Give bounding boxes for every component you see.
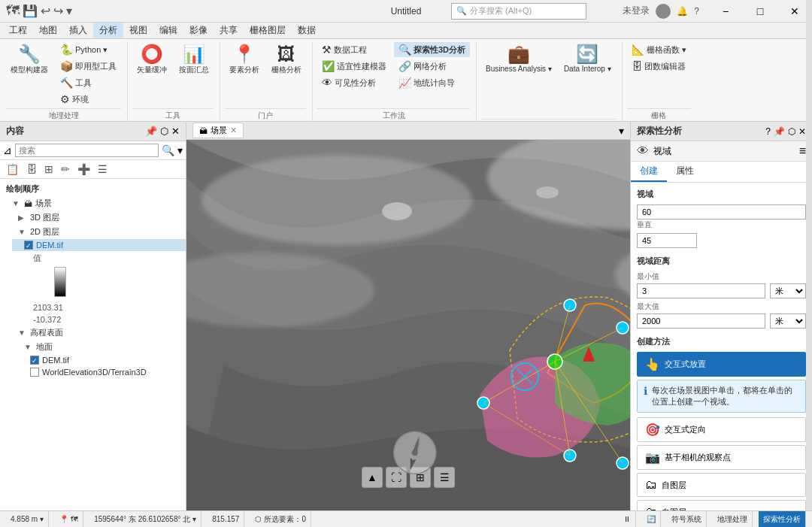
min-dist-label: 最小值 [637, 271, 806, 282]
redo-icon[interactable]: ↪ [53, 4, 63, 18]
tab-attribute[interactable]: 属性 [667, 162, 703, 182]
drawing-order-label[interactable]: 绘制顺序 [0, 182, 186, 196]
status-locator[interactable]: 📍 🗺 [55, 511, 83, 527]
status-geoprocessing[interactable]: 地理处理 [713, 511, 753, 527]
map-canvas[interactable]: ▲ ⛶ ⊞ ☰ [186, 140, 630, 510]
ribbon-btn-data-interop[interactable]: 🔄 Data Interop ▾ [559, 42, 616, 76]
minimize-button[interactable]: − [708, 0, 743, 23]
ribbon-btn-feature-analysis[interactable]: 📍 要素分析 [225, 42, 264, 78]
layer-2d-item[interactable]: ▼ 2D 图层 [6, 225, 186, 239]
maximize-button[interactable]: □ [743, 0, 777, 23]
analysis-help-icon[interactable]: ? [765, 126, 771, 137]
draw-icon[interactable]: ✏ [58, 162, 73, 177]
ribbon-btn-business-analysis[interactable]: 💼 Business Analysis ▾ [481, 42, 556, 76]
status-coord-system[interactable]: 符号系统 [667, 511, 707, 527]
user-avatar[interactable] [656, 4, 671, 19]
menu-map[interactable]: 地图 [33, 23, 63, 38]
ribbon-btn-python[interactable]: 🐍 Python ▾ [56, 42, 121, 57]
search-box[interactable]: 🔍 分享搜索 (Alt+Q) [451, 3, 586, 20]
ribbon-btn-data-engineering[interactable]: ⚒ 数据工程 [317, 42, 391, 57]
map-btn-up[interactable]: ▲ [362, 467, 383, 488]
menu-view[interactable]: 视图 [123, 23, 153, 38]
right-panel-scrollbar[interactable] [806, 0, 812, 527]
menu-data[interactable]: 数据 [292, 23, 322, 38]
world-elevation-item[interactable]: WorldElevation3D/Terrain3D [18, 366, 186, 378]
filter-layer-icon[interactable]: ⊞ [41, 162, 56, 177]
scene-tab[interactable]: 🏔 场景 ✕ [192, 123, 244, 138]
bell-icon[interactable]: 🔔 [677, 6, 688, 17]
ribbon-btn-env[interactable]: ⚙ 环境 [56, 92, 121, 107]
max-dist-unit[interactable]: 米 千米 [770, 313, 806, 329]
ribbon-btn-network-analysis[interactable]: 🔗 网络分析 [394, 59, 470, 74]
scene-tab-close[interactable]: ✕ [230, 126, 237, 135]
method-btn-interactive-place[interactable]: 👆 交互式放置 [637, 352, 806, 377]
min-dist-unit[interactable]: 米 千米 [770, 283, 806, 298]
ribbon-btn-ready-tools[interactable]: 📦 即用型工具 [56, 59, 121, 74]
ribbon-btn-group-editor[interactable]: 🗄 团数编辑器 [627, 59, 691, 74]
analysis-close-icon[interactable]: ✕ [798, 126, 806, 137]
search-settings-icon[interactable]: ▾ [177, 144, 183, 156]
method-btn-layer2[interactable]: 🗂 自图层 [637, 500, 806, 510]
unpin-icon[interactable]: ⬡ [160, 126, 168, 137]
close-contents-icon[interactable]: ✕ [171, 126, 180, 137]
min-dist-input[interactable] [637, 283, 765, 298]
method-btn-layer1[interactable]: 🗂 自图层 [637, 473, 806, 497]
ribbon-col-scripts: 🐍 Python ▾ 📦 即用型工具 🔨 工具 ⚙ 环境 [56, 42, 121, 107]
menu-project[interactable]: 工程 [3, 23, 33, 38]
ribbon-btn-raster-analysis[interactable]: 🖼 栅格分析 [267, 42, 306, 78]
more-icon[interactable]: ▾ [66, 4, 72, 18]
coord-dropdown[interactable]: ▾ [192, 515, 196, 523]
analysis-menu-icon[interactable]: ≡ [799, 144, 806, 158]
menu-edit[interactable]: 编辑 [153, 23, 183, 38]
menu-raster-layer[interactable]: 栅格图层 [244, 23, 292, 38]
elevation-surface-item[interactable]: ▼ 高程表面 [6, 326, 186, 340]
ribbon-btn-exploratory-3d[interactable]: 🔍 探索性3D分析 [394, 42, 470, 57]
vector-buffer-icon: ⭕ [141, 45, 163, 63]
dem-ground-item[interactable]: DEM.tif [18, 354, 186, 366]
search-execute-icon[interactable]: 🔍 [162, 144, 174, 156]
scene-tree-item[interactable]: ▼ 🏔 场景 [0, 196, 186, 210]
contents-search-input[interactable] [15, 144, 159, 157]
add-layer-icon[interactable]: ➕ [74, 162, 93, 177]
menu-imagery[interactable]: 影像 [183, 23, 214, 38]
save-icon[interactable]: 💾 [23, 4, 38, 18]
menu-analysis[interactable]: 分析 [93, 23, 123, 38]
status-analysis-tab[interactable]: 探索性分析 [759, 511, 806, 527]
ground-item[interactable]: ▼ 地面 [12, 340, 186, 354]
layer-3d-item[interactable]: ▶ 3D 图层 [6, 210, 186, 225]
max-dist-input[interactable] [637, 313, 765, 329]
dem-ground-checkbox[interactable] [30, 356, 39, 365]
bu-input[interactable] [637, 204, 806, 220]
world-elevation-checkbox[interactable] [30, 368, 39, 377]
more-layer-icon[interactable]: ☰ [95, 162, 111, 177]
menu-share[interactable]: 共享 [214, 23, 244, 38]
tab-create[interactable]: 创建 [631, 162, 667, 182]
status-refresh[interactable]: 🔄 [642, 511, 661, 527]
map-header-dropdown[interactable]: ▾ [619, 125, 624, 137]
ribbon-btn-summarize[interactable]: 📊 按面汇总 [174, 42, 214, 78]
map-btn-3d-settings[interactable]: ☰ [434, 467, 455, 488]
analysis-pin-icon[interactable]: 📌 [774, 126, 785, 137]
method-btn-interactive-orient[interactable]: 🎯 交互式定向 [637, 417, 806, 442]
dem-tif-checkbox[interactable] [24, 241, 33, 250]
analysis-float-icon[interactable]: ⬡ [788, 126, 795, 137]
db-icon[interactable]: 🗄 [23, 162, 40, 177]
vertical-input[interactable] [637, 233, 697, 248]
method-btn-camera[interactable]: 📷 基于相机的观察点 [637, 445, 806, 470]
menu-insert[interactable]: 插入 [63, 23, 93, 38]
scale-dropdown[interactable]: ▾ [40, 515, 44, 523]
layer-view-icon[interactable]: 📋 [3, 162, 22, 177]
ribbon-btn-model-builder[interactable]: 🔧 模型构建器 [6, 42, 53, 78]
ribbon-btn-visibility[interactable]: 👁 可见性分析 [317, 75, 391, 90]
undo-icon[interactable]: ↩ [41, 4, 50, 18]
ribbon-btn-vector-buffer[interactable]: ⭕ 矢量缓冲 [132, 42, 171, 78]
pin-icon[interactable]: 📌 [145, 126, 157, 137]
ribbon-btn-tools[interactable]: 🔨 工具 [56, 75, 121, 90]
dem-tif-item[interactable]: DEM.tif [12, 239, 186, 251]
status-pause[interactable]: ⏸ [619, 511, 636, 527]
ribbon-btn-suitability[interactable]: ✅ 适宜性建模器 [317, 59, 391, 74]
help-icon[interactable]: ? [694, 6, 699, 17]
distance-group: 视域距离 最小值 米 千米 最大值 米 千米 [637, 256, 806, 329]
ribbon-btn-geostat[interactable]: 📈 地统计向导 [394, 75, 470, 90]
ribbon-btn-raster-func[interactable]: 📐 栅格函数 ▾ [627, 42, 691, 57]
